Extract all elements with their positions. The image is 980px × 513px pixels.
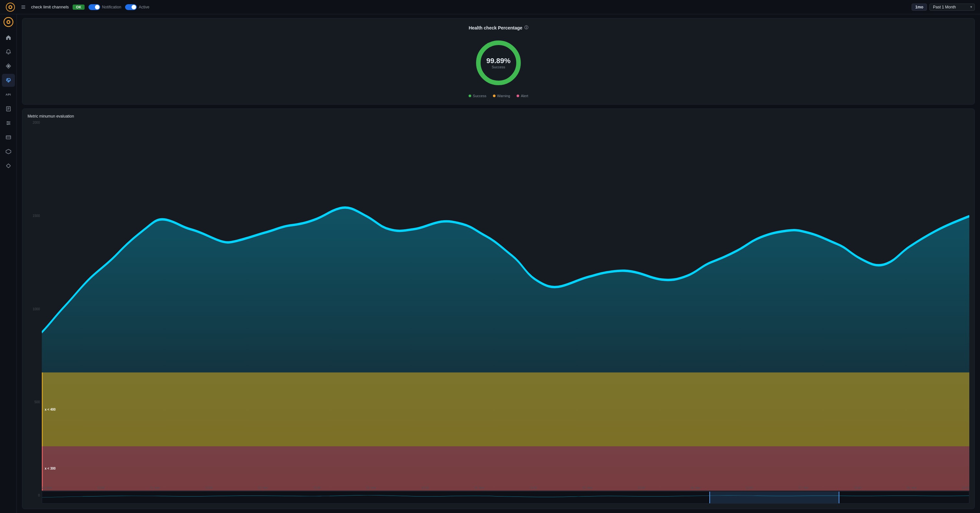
svg-rect-3	[21, 5, 25, 6]
active-toggle-wrap: Active	[125, 4, 150, 10]
chart-brush[interactable]	[710, 492, 839, 503]
time-badge: 1mo	[912, 3, 927, 11]
svg-point-18	[7, 121, 8, 122]
x-axis: 20. Nov 12:00 21. Nov 12:00 22. Nov 12:0…	[42, 486, 969, 489]
legend-alert: Alert	[517, 94, 528, 98]
svg-rect-21	[6, 136, 11, 139]
x-label-1200a: 12:00	[97, 486, 105, 489]
x-label-24nov: 24. Nov	[474, 486, 484, 489]
status-ok-badge: OK	[73, 5, 84, 10]
svg-point-24	[7, 164, 10, 167]
svg-point-10	[8, 65, 9, 67]
sidebar-logo	[3, 17, 14, 27]
active-label: Active	[139, 5, 150, 10]
health-percentage: 99.89%	[487, 57, 511, 65]
main-layout: API	[0, 14, 980, 513]
zone-warning-band: x < 400	[42, 372, 969, 446]
svg-point-19	[8, 123, 10, 124]
sidebar-item-plugins[interactable]	[2, 159, 15, 172]
topbar-logo-icon	[5, 2, 16, 12]
sidebar-item-alerts[interactable]	[2, 45, 15, 58]
x-label-26nov: 26. Nov	[690, 486, 700, 489]
mini-chart-navigator[interactable]: 30. Oct 1. Nov 3. Nov 5. Nov 7. Nov 9. N…	[42, 491, 969, 503]
time-select[interactable]: Past 1 Month Past 1 Hour Past 6 Hours Pa…	[929, 3, 975, 11]
y-label-2000: 2000	[33, 121, 40, 124]
sidebar-item-integrations[interactable]	[2, 145, 15, 158]
x-label-1200i: 12:00	[962, 486, 969, 489]
sidebar-item-billing[interactable]	[2, 131, 15, 144]
sidebar-item-api[interactable]: API	[2, 88, 15, 101]
health-check-card: Health check Percentage ⓘ 99.89% Su	[22, 18, 975, 105]
y-axis: 2000 1500 1000 500 0	[27, 121, 42, 503]
svg-point-2	[10, 6, 11, 8]
legend-success: Success	[469, 94, 487, 98]
sidebar-item-settings[interactable]	[2, 117, 15, 130]
x-label-27nov: 27. Nov	[799, 486, 808, 489]
time-select-wrap[interactable]: Past 1 Month Past 1 Hour Past 6 Hours Pa…	[929, 3, 975, 11]
x-label-28nov: 28. Nov	[907, 486, 916, 489]
topbar-right: 1mo Past 1 Month Past 1 Hour Past 6 Hour…	[912, 3, 975, 11]
y-label-1000: 1000	[33, 308, 40, 311]
svg-point-8	[8, 21, 10, 23]
y-label-500: 500	[34, 400, 40, 404]
svg-marker-23	[6, 149, 11, 154]
x-label-21nov: 21. Nov	[150, 486, 160, 489]
expand-icon[interactable]	[19, 3, 27, 11]
info-icon[interactable]: ⓘ	[524, 25, 528, 30]
topbar-title: check limit channels	[31, 5, 69, 10]
x-label-22nov: 22. Nov	[258, 486, 268, 489]
x-label-1200b: 12:00	[205, 486, 213, 489]
sidebar-item-home[interactable]	[2, 31, 15, 44]
sidebar-item-health[interactable]	[2, 74, 15, 87]
y-label-1500: 1500	[33, 214, 40, 218]
x-label-1200g: 12:00	[746, 486, 753, 489]
metric-title: Metric minumun evaluation	[27, 114, 969, 119]
topbar: check limit channels OK Notification Act…	[0, 0, 980, 14]
x-label-1200f: 12:00	[638, 486, 645, 489]
x-label-1200c: 12:00	[313, 486, 321, 489]
x-label-25nov: 25. Nov	[582, 486, 592, 489]
x-label-1200d: 12:00	[422, 486, 429, 489]
active-toggle[interactable]	[125, 4, 137, 10]
api-label: API	[5, 93, 11, 96]
chart-area: 2000 1500 1000 500 0 x < 400 x < 300	[27, 121, 969, 503]
donut-center: 99.89% Success	[487, 57, 511, 69]
legend-success-dot	[469, 95, 471, 97]
svg-rect-4	[21, 7, 25, 8]
content-area: Health check Percentage ⓘ 99.89% Su	[17, 14, 980, 513]
notification-toggle-wrap: Notification	[89, 4, 121, 10]
x-label-1200h: 12:00	[854, 486, 861, 489]
health-card-title: Health check Percentage ⓘ	[469, 25, 528, 30]
health-status: Success	[487, 65, 511, 69]
sidebar-item-reports[interactable]	[2, 102, 15, 115]
sidebar-item-metrics[interactable]	[2, 60, 15, 73]
donut-chart: 99.89% Success	[473, 37, 524, 89]
main-chart-canvas: x < 400 x < 300	[42, 121, 969, 491]
notification-label: Notification	[102, 5, 121, 10]
x-label-1200e: 12:00	[530, 486, 537, 489]
svg-point-20	[7, 124, 8, 125]
health-legend: Success Warning Alert	[469, 94, 528, 98]
zone-alert-band: x < 300	[42, 446, 969, 491]
sidebar: API	[0, 14, 17, 513]
x-label-20nov: 20. Nov	[42, 486, 52, 489]
legend-warning: Warning	[493, 94, 511, 98]
x-label-23nov: 23. Nov	[366, 486, 376, 489]
legend-warning-dot	[493, 95, 495, 97]
svg-rect-5	[21, 8, 25, 9]
zone-warning-label: x < 400	[45, 408, 56, 411]
zone-alert-label: x < 300	[45, 467, 56, 470]
y-label-0: 0	[38, 494, 40, 497]
notification-toggle[interactable]	[89, 4, 100, 10]
legend-alert-dot	[517, 95, 519, 97]
metric-card: Metric minumun evaluation 2000 1500 1000…	[22, 108, 975, 509]
